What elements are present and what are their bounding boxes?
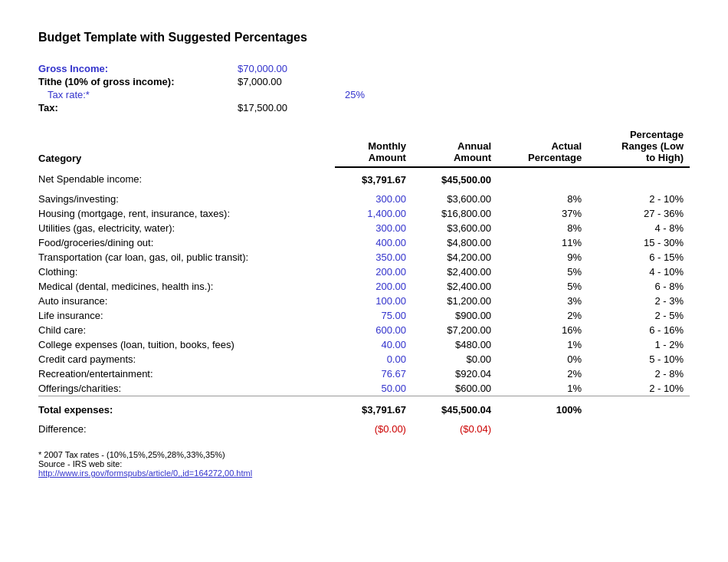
table-row: Offerings/charities:50.00$600.001%2 - 10… — [38, 381, 690, 396]
col-header-actual: ActualPercentage — [497, 126, 588, 167]
row-monthly: 200.00 — [335, 265, 412, 279]
net-actual — [497, 167, 588, 192]
table-row: Clothing:200.00$2,400.005%4 - 10% — [38, 265, 690, 279]
tax-value: $17,500.00 — [238, 102, 330, 113]
page-title: Budget Template with Suggested Percentag… — [38, 31, 690, 44]
col-header-annual: AnnualAmount — [412, 126, 497, 167]
row-annual: $920.04 — [412, 366, 497, 381]
net-pct — [588, 167, 690, 192]
row-pct: 6 - 16% — [588, 323, 690, 337]
row-category: Transportation (car loan, gas, oil, publ… — [38, 250, 335, 265]
footnote-section: * 2007 Tax rates - (10%,15%,25%,28%,33%,… — [38, 450, 690, 478]
row-annual: $3,600.00 — [412, 192, 497, 206]
row-actual: 5% — [497, 265, 588, 279]
row-monthly: 400.00 — [335, 235, 412, 250]
row-monthly: 50.00 — [335, 381, 412, 396]
row-category: Offerings/charities: — [38, 381, 335, 396]
row-category: Credit card payments: — [38, 352, 335, 366]
total-annual: $45,500.04 — [412, 396, 497, 419]
diff-pct — [588, 419, 690, 436]
row-actual: 9% — [497, 250, 588, 265]
table-row: Life insurance:75.00$900.002%2 - 5% — [38, 308, 690, 323]
total-label: Total expenses: — [38, 396, 335, 419]
table-row: Utilities (gas, electricity, water):300.… — [38, 221, 690, 235]
net-monthly: $3,791.67 — [335, 167, 412, 192]
total-row: Total expenses: $3,791.67 $45,500.04 100… — [38, 396, 690, 419]
col-header-monthly: MonthlyAmount — [335, 126, 412, 167]
row-monthly: 1,400.00 — [335, 206, 412, 221]
col-header-pct-ranges: PercentageRanges (Lowto High) — [588, 126, 690, 167]
row-monthly: 300.00 — [335, 221, 412, 235]
row-actual: 1% — [497, 337, 588, 352]
footnote-line1: * 2007 Tax rates - (10%,15%,25%,28%,33%,… — [38, 450, 690, 459]
row-annual: $1,200.00 — [412, 294, 497, 308]
row-category: Housing (mortgage, rent, insurance, taxe… — [38, 206, 335, 221]
row-annual: $4,200.00 — [412, 250, 497, 265]
row-pct: 2 - 5% — [588, 308, 690, 323]
table-row: Recreation/entertainment:76.67$920.042%2… — [38, 366, 690, 381]
gross-income-label: Gross Income: — [38, 63, 238, 74]
row-annual: $7,200.00 — [412, 323, 497, 337]
row-pct: 5 - 10% — [588, 352, 690, 366]
table-row: Credit card payments:0.00$0.000%5 - 10% — [38, 352, 690, 366]
tax-rate-label: Tax rate:* — [38, 89, 238, 100]
row-category: Food/groceries/dining out: — [38, 235, 335, 250]
row-actual: 37% — [497, 206, 588, 221]
row-annual: $3,600.00 — [412, 221, 497, 235]
row-annual: $4,800.00 — [412, 235, 497, 250]
table-row: Child care:600.00$7,200.0016%6 - 16% — [38, 323, 690, 337]
row-pct: 4 - 10% — [588, 265, 690, 279]
row-monthly: 200.00 — [335, 279, 412, 294]
row-category: Clothing: — [38, 265, 335, 279]
row-annual: $16,800.00 — [412, 206, 497, 221]
row-annual: $480.00 — [412, 337, 497, 352]
total-actual: 100% — [497, 396, 588, 419]
row-category: Child care: — [38, 323, 335, 337]
table-row: Transportation (car loan, gas, oil, publ… — [38, 250, 690, 265]
row-pct: 15 - 30% — [588, 235, 690, 250]
tithe-value: $7,000.00 — [238, 76, 330, 87]
header-section: Gross Income: $70,000.00 Tithe (10% of g… — [38, 63, 690, 113]
row-category: College expenses (loan, tuition, books, … — [38, 337, 335, 352]
row-monthly: 350.00 — [335, 250, 412, 265]
row-actual: 2% — [497, 308, 588, 323]
row-category: Savings/investing: — [38, 192, 335, 206]
row-category: Recreation/entertainment: — [38, 366, 335, 381]
net-label: Net Spendable income: — [38, 167, 335, 192]
diff-monthly: ($0.00) — [335, 419, 412, 436]
row-actual: 3% — [497, 294, 588, 308]
row-pct: 1 - 2% — [588, 337, 690, 352]
footnote-line2: Source - IRS web site: — [38, 459, 690, 468]
total-pct — [588, 396, 690, 419]
row-pct: 27 - 36% — [588, 206, 690, 221]
table-row: Housing (mortgage, rent, insurance, taxe… — [38, 206, 690, 221]
row-actual: 2% — [497, 366, 588, 381]
row-actual: 1% — [497, 381, 588, 396]
footnote-link[interactable]: http://www.irs.gov/formspubs/article/0,,… — [38, 468, 252, 478]
tithe-label: Tithe (10% of gross income): — [38, 76, 238, 87]
table-row: Auto insurance:100.00$1,200.003%2 - 3% — [38, 294, 690, 308]
col-header-category: Category — [38, 126, 335, 167]
row-actual: 5% — [497, 279, 588, 294]
row-actual: 8% — [497, 192, 588, 206]
table-row: Medical (dental, medicines, health ins.)… — [38, 279, 690, 294]
gross-income-value: $70,000.00 — [238, 63, 330, 74]
row-monthly: 75.00 — [335, 308, 412, 323]
row-monthly: 40.00 — [335, 337, 412, 352]
row-pct: 6 - 8% — [588, 279, 690, 294]
row-pct: 6 - 15% — [588, 250, 690, 265]
row-monthly: 0.00 — [335, 352, 412, 366]
budget-table: Category MonthlyAmount AnnualAmount Actu… — [38, 126, 690, 436]
row-actual: 0% — [497, 352, 588, 366]
row-actual: 8% — [497, 221, 588, 235]
table-row: Savings/investing:300.00$3,600.008%2 - 1… — [38, 192, 690, 206]
diff-label: Difference: — [38, 419, 335, 436]
difference-row: Difference: ($0.00) ($0.04) — [38, 419, 690, 436]
tax-label: Tax: — [38, 102, 238, 113]
diff-actual — [497, 419, 588, 436]
row-annual: $900.00 — [412, 308, 497, 323]
row-pct: 2 - 10% — [588, 192, 690, 206]
row-category: Auto insurance: — [38, 294, 335, 308]
total-monthly: $3,791.67 — [335, 396, 412, 419]
row-annual: $2,400.00 — [412, 279, 497, 294]
